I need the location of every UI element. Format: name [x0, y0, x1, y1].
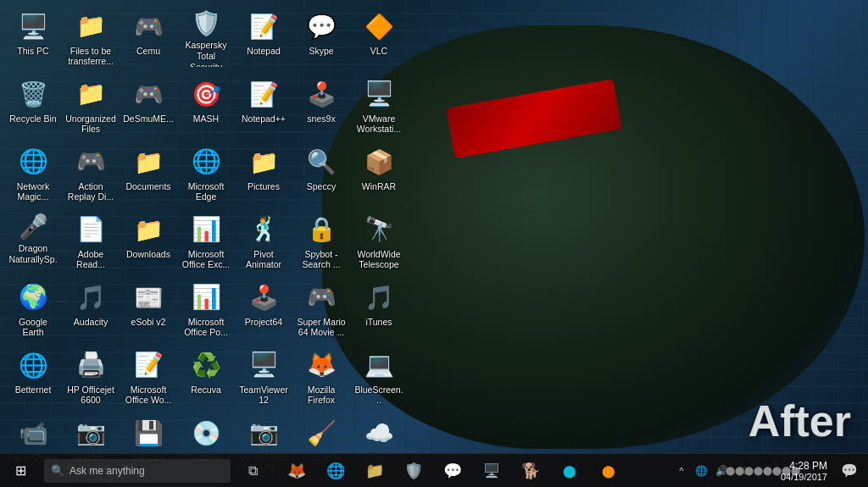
pivot-animator-icon: 🕺	[247, 213, 281, 246]
desktop-icon-ms-office-po[interactable]: 📊Microsoft Office Po...	[177, 275, 235, 343]
desktop-icon-dragon[interactable]: 🎤Dragon NaturallySp...	[4, 208, 62, 275]
itunes-icon: 🎵	[362, 280, 396, 314]
start-button[interactable]: ⊞	[0, 454, 41, 488]
taskbar-clock[interactable]: 4:28 PM 04/19/2017	[774, 454, 834, 488]
clock-date: 04/19/2017	[781, 472, 827, 482]
desktop-icon-this-pc[interactable]: 🖥️This PC	[4, 4, 62, 72]
taskbar-skype[interactable]: 💬	[434, 454, 471, 488]
desktop-icon-teamviewer[interactable]: 🖥️TeamViewer 12	[235, 343, 292, 411]
vmware-label: VMware Workstati...	[353, 113, 404, 135]
watermark: After	[748, 396, 851, 446]
taskbar-mail[interactable]: 🐕	[512, 454, 549, 488]
ms-office-po-label: Microsoft Office Po...	[181, 317, 231, 338]
google-earth-icon: 🌍	[16, 280, 50, 314]
desktop-icon-recycle-bin[interactable]: 🗑️Recycle Bin	[4, 72, 62, 140]
desktop-icon-downloads[interactable]: 📁Downloads	[120, 208, 177, 275]
desktop-icon-documents[interactable]: 📁Documents	[120, 140, 177, 208]
desktop-icon-unorganized-files[interactable]: 📁Unorganized Files	[62, 72, 120, 140]
taskbar-explorer[interactable]: 📁	[356, 454, 393, 488]
desktop-icon-spybot[interactable]: 🔒Spybot - Search ...	[292, 208, 350, 275]
desktop-icon-vlc[interactable]: 🔶VLC	[350, 4, 408, 72]
downloads-label: Downloads	[126, 249, 170, 260]
notification-center[interactable]: 💬	[836, 454, 863, 488]
desktop-icon-pivot-animator[interactable]: 🕺Pivot Animator	[235, 208, 292, 275]
desktop-icon-vmware[interactable]: 🖥️VMware Workstati...	[350, 72, 408, 140]
adobe-read-label: Adobe Read...	[65, 249, 116, 270]
recycle-bin-icon: 🗑️	[16, 77, 50, 111]
testdisk-icon: 💿	[189, 416, 223, 450]
action-replay-icon: 🎮	[74, 145, 108, 179]
desktop-icon-notepad[interactable]: 📝Notepad	[235, 4, 292, 72]
desktop-icon-audacity[interactable]: 🎵Audacity	[62, 275, 120, 343]
desktop-icon-super-mario[interactable]: 🎮Super Mario 64 Movie ...	[292, 275, 350, 343]
taskbar-firefox[interactable]: 🦊	[278, 454, 315, 488]
search-bar[interactable]: 🔍 Ask me anything	[44, 459, 231, 483]
desktop-icon-itunes[interactable]: 🎵iTunes	[350, 275, 408, 343]
mozilla-firefox-label: Mozilla Firefox	[296, 385, 347, 406]
kaspersky-icon: 🛡️	[189, 9, 223, 37]
taskbar-edge[interactable]: 🌐	[317, 454, 354, 488]
taskbar-extra2[interactable]: ⬤	[590, 454, 627, 488]
desktop-icon-snes9x[interactable]: 🕹️snes9x	[292, 72, 350, 140]
desktop-icon-mozilla-firefox[interactable]: 🦊Mozilla Firefox	[292, 343, 350, 411]
project64-label: Project64	[245, 317, 282, 328]
cemu-label: Cemu	[136, 46, 160, 57]
mobiola-icon: 📷	[74, 416, 108, 450]
taskbar-teamviewer[interactable]: 🖥️	[473, 454, 510, 488]
mash-icon: 🎯	[189, 77, 223, 111]
hypercam-icon: 📹	[16, 416, 50, 450]
desktop-icon-skype[interactable]: 💬Skype	[292, 4, 350, 72]
desktop-icon-speccy[interactable]: 🔍Speccy	[292, 140, 350, 208]
desktop-icon-ms-office-wo[interactable]: 📝Microsoft Office Wo...	[120, 343, 177, 411]
desktop-icon-action-replay[interactable]: 🎮Action Replay Di...	[62, 140, 120, 208]
documents-icon: 📁	[131, 145, 165, 179]
tray-extra[interactable]: ⬤⬤⬤⬤⬤⬤⬤⬤	[754, 455, 772, 487]
mash-label: MASH	[193, 113, 219, 125]
desktop-icon-esobi[interactable]: 📰eSobi v2	[120, 275, 177, 343]
tray-chevron[interactable]: ^	[672, 455, 691, 487]
taskbar-extra1[interactable]: ⬤	[551, 454, 588, 488]
desktop-icon-ms-office-exc[interactable]: 📊Microsoft Office Exc...	[177, 208, 235, 275]
tray-network[interactable]: 🌐	[693, 455, 711, 487]
esobi-icon: 📰	[131, 280, 165, 314]
taskbar-kaspersky[interactable]: 🛡️	[395, 454, 432, 488]
desktop-icons: 🖥️This PC📁Files to be transferre...🎮Cemu…	[4, 4, 408, 487]
desktop-icon-cemu[interactable]: 🎮Cemu	[120, 4, 177, 72]
task-view-button[interactable]: ⧉	[234, 454, 271, 488]
desktop-icon-adobe-read[interactable]: 📄Adobe Read...	[62, 208, 120, 275]
desktop-icon-betternet[interactable]: 🌐Betternet	[4, 343, 62, 411]
desktop-icon-notepadpp[interactable]: 📝Notepad++	[235, 72, 292, 140]
desktop-icon-worldwide-telescope[interactable]: 🔭WorldWide Telescope	[350, 208, 408, 275]
desktop-icon-hp-officejet[interactable]: 🖨️HP Officejet 6600	[62, 343, 120, 411]
search-text: Ask me anything	[70, 465, 145, 477]
files-transfer-icon: 📁	[74, 9, 108, 43]
desktop-icon-pictures[interactable]: 📁Pictures	[235, 140, 292, 208]
desktop-icon-desmume[interactable]: 🎮DeSmuME...	[120, 72, 177, 140]
hp-officejet-icon: 🖨️	[74, 348, 108, 382]
desktop-icon-bluescreen[interactable]: 💻BlueScreen...	[350, 343, 408, 411]
desktop-icon-project64[interactable]: 🕹️Project64	[235, 275, 292, 343]
worldwide-telescope-label: WorldWide Telescope	[353, 249, 404, 270]
ms-office-exc-label: Microsoft Office Exc...	[181, 249, 231, 270]
desktop-icon-winrar[interactable]: 📦WinRAR	[350, 140, 408, 208]
desktop-icon-files-transfer[interactable]: 📁Files to be transferre...	[62, 4, 120, 72]
winrar-icon: 📦	[362, 145, 396, 179]
desktop-icon-recuva[interactable]: ♻️Recuva	[177, 343, 235, 411]
spybot-label: Spybot - Search ...	[296, 249, 347, 270]
action-replay-label: Action Replay Di...	[65, 181, 116, 202]
desktop-icon-microsoft-edge[interactable]: 🌐Microsoft Edge	[177, 140, 235, 208]
pictures-icon: 📁	[247, 145, 281, 179]
icloud-icon: ☁️	[362, 416, 396, 450]
notepad-label: Notepad	[247, 46, 281, 57]
desktop-icon-mash[interactable]: 🎯MASH	[177, 72, 235, 140]
downloads-icon: 📁	[131, 213, 165, 246]
cemu-icon: 🎮	[131, 9, 165, 43]
desktop-icon-kaspersky[interactable]: 🛡️Kaspersky Total Security	[177, 4, 235, 72]
desktop-icon-google-earth[interactable]: 🌍Google Earth	[4, 275, 62, 343]
creature-scarf	[446, 79, 621, 158]
desktop-icon-network-magic[interactable]: 🌐Network Magic...	[4, 140, 62, 208]
worldwide-telescope-icon: 🔭	[362, 213, 396, 246]
recuva-icon: ♻️	[189, 348, 223, 382]
recuva-label: Recuva	[191, 385, 221, 396]
recycle-bin-label: Recycle Bin	[9, 113, 56, 125]
